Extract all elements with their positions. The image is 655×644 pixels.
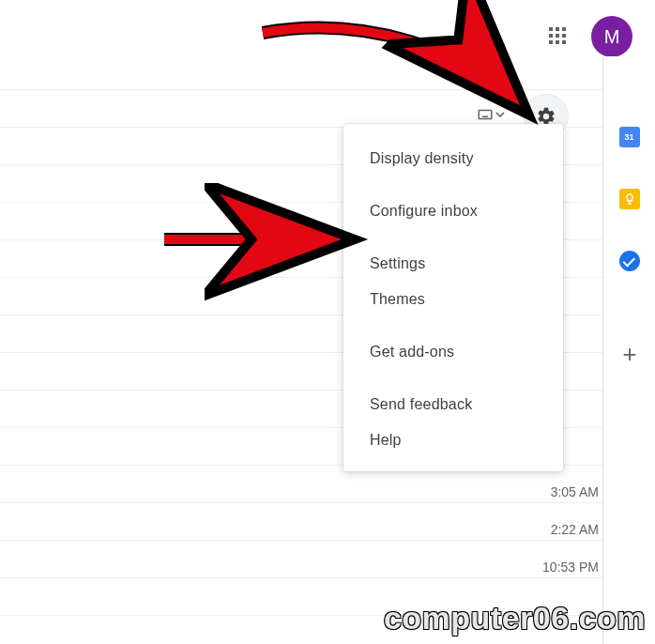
caret-down-icon — [495, 110, 505, 119]
avatar-letter: M — [604, 26, 620, 48]
svg-rect-1 — [482, 116, 488, 118]
keep-icon[interactable] — [619, 189, 640, 209]
watermark: computer06.com — [384, 600, 646, 636]
display-density-item[interactable]: Display density — [343, 141, 563, 176]
settings-item[interactable]: Settings — [343, 246, 563, 282]
tasks-icon[interactable] — [619, 251, 640, 271]
send-feedback-item[interactable]: Send feedback — [343, 387, 563, 422]
side-panel: 31 + — [602, 56, 655, 644]
configure-inbox-item[interactable]: Configure inbox — [343, 193, 563, 229]
apps-grid-icon — [549, 27, 566, 44]
keyboard-icon — [477, 106, 494, 123]
time-column: 3:05 AM 2:22 AM 10:53 PM — [542, 473, 599, 586]
time-cell: 2:22 AM — [542, 511, 599, 548]
help-item[interactable]: Help — [343, 422, 563, 458]
input-tools-button[interactable] — [477, 103, 510, 126]
add-addon-button[interactable]: + — [618, 343, 641, 365]
google-apps-button[interactable] — [542, 21, 572, 51]
time-cell: 10:53 PM — [542, 548, 599, 586]
settings-dropdown: Display density Configure inbox Settings… — [343, 124, 563, 471]
account-avatar[interactable]: M — [591, 16, 632, 57]
get-addons-item[interactable]: Get add-ons — [343, 334, 563, 370]
themes-item[interactable]: Themes — [343, 282, 563, 317]
time-cell: 3:05 AM — [542, 473, 599, 511]
svg-rect-0 — [479, 111, 492, 119]
calendar-icon[interactable]: 31 — [619, 127, 640, 147]
